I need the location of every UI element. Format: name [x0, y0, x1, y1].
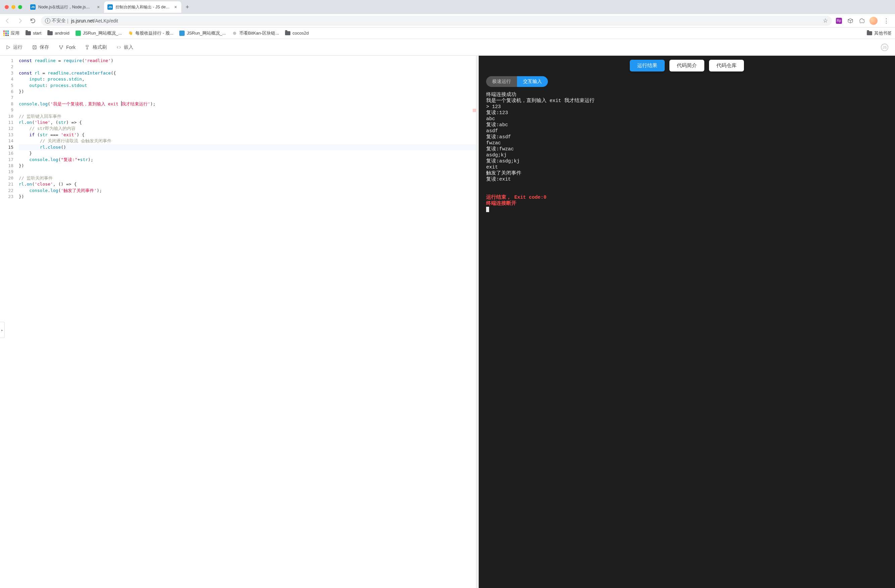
terminal-line [486, 188, 887, 194]
favicon: ◎ [232, 30, 237, 36]
url-text: js.jsrun.net/AeLKp/edit [71, 18, 118, 23]
apps-button[interactable]: 应用 [3, 30, 20, 36]
tab-bar: JSNode.js在线运行，Node.js在线×JS控制台的输入和输出 - JS… [0, 0, 895, 14]
mode-interactive[interactable]: 交互输入 [517, 76, 548, 87]
extension-icon-1[interactable]: Rp [835, 17, 843, 24]
reload-button[interactable] [28, 16, 38, 26]
other-bookmarks[interactable]: 其他书签 [867, 30, 892, 36]
bookmark-label: 每股收益排行 - 股... [135, 30, 173, 36]
embed-label: 嵌入 [124, 44, 133, 50]
terminal-line: asdg;kj [486, 152, 887, 158]
other-bookmarks-label: 其他书签 [874, 30, 892, 36]
apps-label: 应用 [11, 30, 20, 36]
format-button[interactable]: 格式刷 [85, 44, 107, 50]
terminal-line: 复读:123 [486, 110, 887, 116]
run-button[interactable]: 运行 [5, 44, 23, 50]
terminal-line: > 123 [486, 104, 887, 110]
terminal-line: 复读:exit [486, 176, 887, 182]
tab-title: Node.js在线运行，Node.js在线 [38, 5, 93, 10]
bookmark-item[interactable]: cocos2d [285, 30, 308, 36]
apps-icon [3, 30, 9, 36]
mode-fast[interactable]: 极速运行 [486, 76, 517, 87]
main-split: ▸ 1234567891011121314151617181920212223 … [0, 56, 895, 588]
favicon: 👋 [128, 30, 133, 36]
profile-avatar[interactable] [869, 17, 878, 25]
close-tab-icon[interactable]: × [173, 5, 178, 9]
save-button[interactable]: 保存 [32, 44, 49, 50]
expand-panel-button[interactable]: ▸ [0, 322, 5, 338]
terminal-output[interactable]: 终端连接成功我是一个复读机，直到输入 exit 我才结束运行> 123复读:12… [481, 91, 892, 585]
svg-point-2 [62, 45, 63, 46]
svg-rect-0 [33, 45, 36, 49]
forward-button[interactable] [15, 16, 25, 26]
bookmark-item[interactable]: JSRun_网站概况_... [179, 30, 226, 36]
minimize-window-button[interactable] [11, 5, 15, 9]
maximize-window-button[interactable] [18, 5, 22, 9]
terminal-line: asdf [486, 128, 887, 134]
tab-favicon: JS [30, 5, 36, 10]
browser-tab[interactable]: JSNode.js在线运行，Node.js在线× [27, 2, 104, 13]
bookmark-item[interactable]: start [26, 30, 41, 36]
address-bar[interactable]: i 不安全 | js.jsrun.net/AeLKp/edit ☆ [41, 16, 832, 26]
terminal-line: 复读:abc [486, 122, 887, 128]
extensions-button[interactable] [858, 17, 865, 24]
folder-icon [47, 31, 53, 35]
close-window-button[interactable] [5, 5, 9, 9]
output-pane: 运行结果 代码简介 代码仓库 极速运行 交互输入 终端连接成功我是一个复读机，直… [479, 56, 895, 588]
fork-button[interactable]: Fork [58, 45, 76, 50]
tab-repo[interactable]: 代码仓库 [709, 60, 744, 71]
terminal-line: 触发了关闭事件 [486, 170, 887, 176]
run-label: 运行 [13, 44, 23, 50]
embed-button[interactable]: 嵌入 [116, 44, 133, 50]
tab-title: 控制台的输入和输出 - JS demo [115, 5, 171, 10]
folder-icon [285, 31, 290, 35]
extension-icon-2[interactable] [846, 17, 854, 24]
bookmark-label: JSRun_网站概况_... [187, 30, 226, 36]
output-tabs: 运行结果 代码简介 代码仓库 [481, 60, 892, 71]
tab-favicon: JS [108, 5, 113, 10]
bookmark-item[interactable]: 👋每股收益排行 - 股... [128, 30, 173, 36]
terminal-line: 终端连接成功 [486, 92, 887, 98]
browser-tab[interactable]: JS控制台的输入和输出 - JS demo× [104, 2, 181, 13]
security-label: 不安全 [52, 18, 66, 24]
code-editor[interactable]: const readline = require('readline') con… [16, 56, 479, 588]
format-label: 格式刷 [93, 44, 107, 50]
menu-button[interactable]: ⋮ [881, 16, 891, 26]
bookmark-label: android [55, 30, 69, 36]
terminal-line [486, 182, 887, 188]
tab-result[interactable]: 运行结果 [630, 60, 665, 71]
tab-intro[interactable]: 代码简介 [669, 60, 704, 71]
star-icon[interactable]: ☆ [823, 17, 828, 24]
security-indicator[interactable]: i 不安全 | [45, 18, 68, 24]
bookmark-label: 币看BitKan-区块链... [240, 30, 279, 36]
app-toolbar: 运行 保存 Fork 格式刷 嵌入 JS [0, 39, 895, 56]
terminal-line: 复读:fwzac [486, 146, 887, 152]
editor-pane: ▸ 1234567891011121314151617181920212223 … [0, 56, 479, 588]
back-button[interactable] [3, 16, 12, 26]
bookmark-item[interactable]: ◎币看BitKan-区块链... [232, 30, 279, 36]
terminal-line: 终端连接断开 [486, 200, 887, 206]
svg-point-1 [59, 45, 61, 46]
jsrun-logo: JS [880, 42, 890, 52]
svg-point-3 [61, 48, 62, 49]
terminal-line: abc [486, 116, 887, 122]
bookmark-item[interactable]: JSRun_网站概况_... [76, 30, 122, 36]
scroll-marker [473, 109, 476, 112]
favicon [76, 30, 81, 36]
terminal-line: 运行结束， Exit code:0 [486, 194, 887, 200]
run-mode-toggle: 极速运行 交互输入 [486, 76, 892, 87]
terminal-line: 复读:asdg;kj [486, 158, 887, 164]
save-label: 保存 [39, 44, 49, 50]
terminal-cursor [486, 207, 489, 212]
terminal-line: fwzac [486, 140, 887, 146]
folder-icon [867, 31, 872, 35]
favicon [179, 30, 185, 36]
svg-text:JS: JS [883, 45, 887, 49]
close-tab-icon[interactable]: × [96, 5, 101, 9]
info-icon: i [45, 18, 50, 23]
terminal-line: exit [486, 164, 887, 170]
toolbar-right: Rp ⋮ [835, 16, 892, 26]
new-tab-button[interactable]: + [183, 2, 192, 12]
bookmark-item[interactable]: android [47, 30, 69, 36]
nav-bar: i 不安全 | js.jsrun.net/AeLKp/edit ☆ Rp ⋮ [0, 14, 895, 27]
